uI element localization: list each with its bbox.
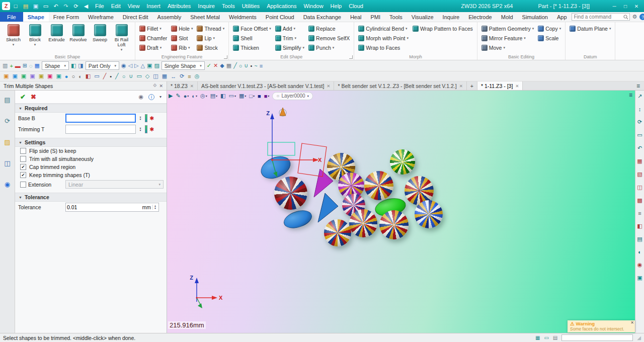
orientation-widget[interactable] (279, 109, 286, 116)
view-left-icon[interactable]: ▣ (56, 73, 61, 79)
dropdown-arrow-icon[interactable]: ▾ (213, 36, 215, 40)
new-tab-button[interactable]: + (467, 81, 477, 90)
rows-icon[interactable]: ▤ (637, 236, 642, 242)
part-filter-icon[interactable]: ◨ (78, 62, 83, 69)
globe-icon[interactable]: ◎ (195, 73, 200, 79)
database-icon[interactable]: ▤ (553, 335, 557, 340)
rib-button[interactable]: Rib▾ (170, 43, 194, 52)
extrude-button[interactable]: Extrude (46, 24, 67, 52)
scope-combo[interactable]: Part Only▾ (86, 61, 119, 70)
tab-shape[interactable]: Shape (23, 12, 49, 22)
file-tab[interactable]: File (0, 12, 23, 22)
tab-direct-edit[interactable]: Direct Edit (118, 12, 153, 22)
panel-pin-icon[interactable]: ◉ (138, 94, 143, 100)
chamfer-button[interactable]: Chamfer (138, 33, 168, 43)
trim-with-all-simultaneously-checkbox[interactable] (20, 156, 26, 162)
dropdown-arrow-icon[interactable]: ▾ (34, 42, 36, 47)
panel-float-icon[interactable]: ⟐ (153, 83, 156, 89)
help-icon[interactable]: ? (639, 14, 644, 20)
circle-tool-icon[interactable]: ○ (239, 63, 243, 69)
tab-wireframe[interactable]: Wireframe (84, 12, 118, 22)
dropdown-arrow-icon[interactable]: ▾ (234, 94, 236, 98)
pick-last-icon[interactable]: ◉ (121, 62, 126, 69)
dropdown-arrow-icon[interactable]: ▾ (206, 94, 207, 98)
tab-free-form[interactable]: Free Form (49, 12, 84, 22)
insert-table-icon[interactable]: ⊞ (23, 62, 27, 69)
pick-mode-combo[interactable]: Single Shape▾ (162, 61, 205, 70)
spline-tool-icon[interactable]: ~ (254, 63, 257, 69)
dropdown-arrow-icon[interactable]: ▾ (159, 27, 162, 31)
tab-close-icon[interactable]: ✕ (459, 83, 463, 89)
menu-insert[interactable]: Insert (143, 0, 164, 12)
dropdown-arrow-icon[interactable]: ▾ (121, 47, 123, 52)
offset-tool-icon[interactable]: ≡ (260, 63, 263, 69)
mirror-feature-button[interactable]: Mirror Feature▾ (480, 33, 535, 43)
ok-button[interactable]: ✔ (20, 93, 26, 101)
settings-gear-icon[interactable]: ⚙ (632, 14, 637, 20)
dropdown-arrow-icon[interactable]: ▾ (160, 46, 162, 50)
panel-collapse-icon[interactable]: ▾ (159, 95, 162, 99)
dropdown-arrow-icon[interactable]: ▾ (13, 42, 15, 47)
tab-close-icon[interactable]: ✕ (327, 83, 330, 89)
open-file-icon[interactable]: ▤ (21, 2, 30, 11)
dropdown-arrow-icon[interactable]: ▾ (191, 27, 193, 31)
select-arrow-icon[interactable]: ▶ (169, 93, 173, 99)
face-color-icon[interactable]: ■ (258, 93, 261, 99)
pattern-alt-icon[interactable]: ▧ (637, 171, 642, 178)
dropdown-arrow-icon[interactable]: ▾ (200, 64, 202, 68)
dropdown-arrow-icon[interactable]: ▾ (188, 46, 190, 50)
resize-grip-icon[interactable]: ◢ (637, 335, 641, 340)
shell-button[interactable]: Shell (232, 33, 272, 43)
filter-box-icon[interactable]: ▦ (35, 62, 40, 69)
mirror-icon[interactable]: ◫ (153, 73, 158, 79)
dropdown-arrow-icon[interactable]: ▾ (223, 27, 225, 31)
tab-tools[interactable]: Tools (385, 12, 407, 22)
pick-crossing-icon[interactable]: ▨ (154, 62, 159, 69)
pattern-geometry-button[interactable]: Pattern Geometry▾ (480, 24, 535, 33)
extension-checkbox[interactable] (20, 182, 26, 188)
dropdown-arrow-icon[interactable]: ▾ (406, 27, 408, 31)
menu-inquire[interactable]: Inquire (194, 0, 218, 12)
doc-tab-3[interactable]: * Belt sender set V.1.2..Z3 - [Belt send… (334, 81, 466, 90)
grid-display-icon[interactable]: ▦ (535, 335, 540, 340)
block-button[interactable]: Block▾ (25, 24, 45, 52)
back-icon[interactable]: ◀ (82, 2, 91, 11)
menu-file[interactable]: File (92, 0, 108, 12)
tab-close-icon[interactable]: ✕ (515, 83, 519, 89)
view-bottom-icon[interactable]: ▣ (47, 73, 52, 79)
dropdown-arrow-icon[interactable]: ▾ (64, 64, 66, 68)
section-view-icon[interactable]: ◧ (220, 93, 225, 99)
rotate-icon[interactable]: ⟳ (180, 73, 184, 79)
background-display-icon[interactable]: ▤▾ (210, 93, 217, 99)
previous-view-icon[interactable]: ↶ (637, 145, 642, 151)
pattern-faces-icon[interactable]: ▦ (637, 158, 642, 164)
viewport-menu-icon[interactable]: ≡ (629, 92, 632, 99)
dropdown-arrow-icon[interactable]: ▾ (303, 46, 305, 50)
expand-list-icon[interactable]: ▾▾ (138, 127, 143, 131)
half-shade-icon[interactable]: ◐ (638, 249, 641, 255)
dropdown-arrow-icon[interactable]: ▾ (268, 94, 269, 98)
datum-plane-icon[interactable]: ▭ (94, 73, 99, 79)
undo-icon[interactable]: ↶ (51, 2, 60, 11)
window-restore-button[interactable]: □ (620, 1, 631, 12)
tab-electrode[interactable]: Electrode (464, 12, 496, 22)
morph-with-point-button[interactable]: Morph with Point▾ (357, 33, 410, 43)
graphics-viewport[interactable]: Z X Z X ▶✎●▾◐▾◎▾▤▾◧▭▾▦▾□▾■■▾○Layer0000▾ … (167, 91, 635, 333)
line-tool-icon[interactable]: ╱ (233, 62, 237, 69)
measure-icon[interactable]: ≡ (188, 73, 191, 79)
dropdown-arrow-icon[interactable]: ▾ (503, 46, 505, 50)
trimming-t-input[interactable] (65, 125, 136, 134)
thicken-button[interactable]: Thicken (232, 43, 272, 52)
view-iso-icon[interactable]: ▣ (4, 73, 9, 79)
pattern-icon[interactable]: ▦ (162, 73, 167, 79)
wrap-to-faces-button[interactable]: Wrap to Faces (357, 43, 410, 52)
move-button[interactable]: Move▾ (480, 43, 535, 52)
dropdown-arrow-icon[interactable]: ▾ (307, 94, 309, 98)
rect-icon[interactable]: ▭ (136, 73, 141, 79)
shade-mode-icon[interactable]: ● (65, 73, 68, 79)
menu-utilities[interactable]: Utilities (238, 0, 263, 12)
simplify-button[interactable]: Simplify▾ (274, 43, 305, 52)
panel-info-icon[interactable]: i (148, 94, 154, 100)
cancel-button[interactable]: ✖ (31, 93, 36, 101)
dropdown-arrow-icon[interactable]: ▾ (407, 36, 409, 40)
